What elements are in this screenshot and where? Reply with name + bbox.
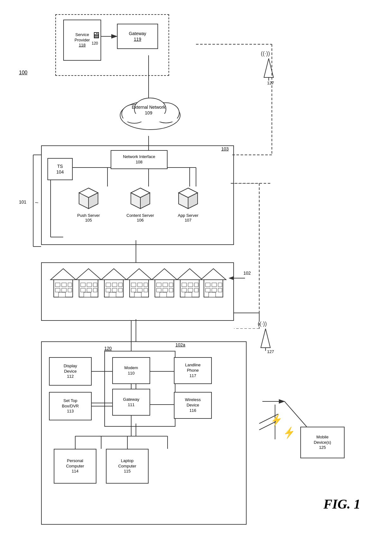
houses-svg bbox=[47, 265, 228, 318]
ts-label: TS bbox=[56, 163, 64, 169]
svg-line-24 bbox=[285, 401, 307, 427]
svg-rect-106 bbox=[194, 283, 198, 287]
external-network-label: External Network109 bbox=[123, 104, 174, 116]
display-device-box: DisplayDevice 112 bbox=[49, 357, 92, 386]
tower-127-bottom-label: 127 bbox=[267, 349, 274, 355]
dashed-right bbox=[234, 183, 266, 329]
subnet-120-label: 120 bbox=[104, 345, 112, 351]
svg-rect-97 bbox=[169, 283, 173, 287]
svg-rect-83 bbox=[109, 292, 116, 297]
svg-rect-71 bbox=[81, 288, 85, 292]
gateway-111-label: Gateway bbox=[123, 397, 139, 402]
svg-rect-116 bbox=[205, 288, 210, 292]
app-server-icon bbox=[175, 186, 201, 212]
laptop-computer-label: LaptopComputer bbox=[118, 458, 136, 469]
personal-computer-box: PersonalComputer 114 bbox=[54, 449, 96, 484]
svg-rect-65 bbox=[58, 292, 65, 297]
lightning-bolt-2: ⚡ bbox=[282, 426, 297, 440]
lightning-bolt-1: ⚡ bbox=[269, 413, 284, 427]
push-server-label: Push Server bbox=[76, 213, 101, 218]
push-server-number: 105 bbox=[76, 218, 101, 223]
svg-rect-59 bbox=[55, 283, 60, 287]
display-device-number: 112 bbox=[64, 374, 77, 379]
mobile-device-box: MobileDevice(s) 125 bbox=[300, 427, 345, 458]
svg-marker-93 bbox=[152, 269, 177, 280]
svg-rect-89 bbox=[131, 288, 136, 292]
svg-rect-77 bbox=[106, 283, 111, 287]
svg-rect-79 bbox=[119, 283, 122, 287]
svg-rect-87 bbox=[138, 283, 142, 287]
mobile-device-label: MobileDevice(s) bbox=[314, 435, 331, 445]
figure-label: FIG. 1 bbox=[323, 497, 360, 512]
svg-rect-91 bbox=[144, 288, 148, 292]
svg-marker-57 bbox=[51, 269, 76, 280]
system-101-bracket: ~ bbox=[35, 199, 39, 206]
svg-rect-107 bbox=[182, 288, 187, 292]
content-server-icon bbox=[128, 186, 153, 212]
svg-rect-104 bbox=[182, 283, 187, 287]
laptop-computer-number: 115 bbox=[118, 469, 136, 474]
mobile-device-number: 125 bbox=[314, 445, 331, 450]
svg-rect-78 bbox=[112, 283, 117, 287]
svg-rect-64 bbox=[68, 288, 72, 292]
main-system-label: 100 bbox=[19, 70, 28, 76]
svg-rect-60 bbox=[62, 283, 66, 287]
diagram-container: 100 ServiceProvider 118 🖥 120 Gateway 11… bbox=[0, 0, 392, 537]
svg-rect-96 bbox=[163, 283, 168, 287]
app-server-label: App Server bbox=[175, 213, 201, 218]
wireless-device-number: 116 bbox=[185, 408, 201, 413]
network-interface-label: Network Interface bbox=[123, 154, 155, 160]
app-server-number: 107 bbox=[175, 218, 201, 223]
svg-rect-109 bbox=[194, 288, 198, 292]
svg-marker-121 bbox=[261, 329, 270, 348]
svg-rect-117 bbox=[212, 288, 217, 292]
svg-rect-92 bbox=[134, 292, 141, 297]
system-103-label: 103 bbox=[221, 146, 229, 152]
personal-computer-label: PersonalComputer bbox=[66, 458, 84, 469]
content-server-container: Content Server 106 bbox=[126, 186, 154, 223]
push-server-icon bbox=[76, 186, 101, 212]
tower-svg: ((·)) bbox=[259, 49, 278, 81]
svg-marker-84 bbox=[126, 269, 152, 280]
svg-rect-74 bbox=[84, 292, 91, 297]
svg-rect-100 bbox=[169, 288, 173, 292]
ts-number: 104 bbox=[56, 169, 64, 175]
svg-rect-108 bbox=[188, 288, 193, 292]
system-101-label: 101 bbox=[19, 199, 26, 205]
svg-rect-72 bbox=[87, 288, 92, 292]
svg-rect-118 bbox=[218, 288, 222, 292]
svg-rect-115 bbox=[218, 283, 222, 287]
svg-rect-62 bbox=[55, 288, 60, 292]
svg-marker-75 bbox=[101, 269, 126, 280]
subnet-102a-label: 102a bbox=[175, 342, 185, 348]
svg-rect-73 bbox=[93, 288, 97, 292]
svg-rect-61 bbox=[68, 283, 72, 287]
display-device-label: DisplayDevice bbox=[64, 363, 77, 374]
push-server-container: Push Server 105 bbox=[76, 186, 101, 223]
set-top-box-number: 113 bbox=[62, 409, 79, 414]
svg-rect-110 bbox=[185, 292, 192, 297]
content-server-number: 106 bbox=[126, 218, 154, 223]
svg-rect-105 bbox=[188, 283, 193, 287]
landline-phone-label: LandlinePhone bbox=[185, 363, 200, 373]
network-interface-number: 108 bbox=[123, 160, 155, 165]
network-interface-box: Network Interface 108 bbox=[111, 150, 168, 169]
service-provider-outer-box bbox=[55, 14, 169, 76]
svg-marker-111 bbox=[201, 269, 226, 280]
gateway-111-box: Gateway 111 bbox=[112, 389, 150, 416]
svg-rect-82 bbox=[119, 288, 122, 292]
ts-104-box: TS 104 bbox=[47, 158, 73, 180]
app-server-container: App Server 107 bbox=[175, 186, 201, 223]
svg-marker-66 bbox=[76, 269, 101, 280]
svg-marker-102 bbox=[177, 269, 202, 280]
landline-phone-number: 117 bbox=[185, 373, 200, 379]
svg-rect-81 bbox=[112, 288, 117, 292]
external-network-number: 109 bbox=[145, 110, 152, 115]
tower-127-top-label: 127 bbox=[267, 81, 274, 86]
svg-rect-119 bbox=[209, 292, 216, 297]
svg-rect-114 bbox=[212, 283, 217, 287]
wireless-device-label: WirelessDevice bbox=[185, 397, 201, 408]
set-top-box-label: Set TopBox/DVR bbox=[62, 398, 79, 409]
svg-rect-80 bbox=[106, 288, 111, 292]
modem-number: 110 bbox=[124, 371, 138, 376]
